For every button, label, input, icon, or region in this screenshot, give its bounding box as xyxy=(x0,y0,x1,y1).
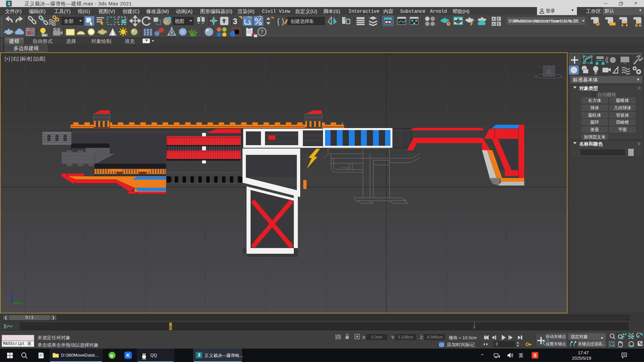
svg-text:视图: 视图 xyxy=(175,18,184,24)
svg-text:z: z xyxy=(10,291,12,295)
svg-text:B: B xyxy=(497,17,500,21)
svg-text:?: ? xyxy=(260,29,264,35)
svg-text:A: A xyxy=(492,22,495,26)
svg-text:}: } xyxy=(282,17,284,25)
svg-text:{: { xyxy=(277,17,279,25)
svg-text:e: e xyxy=(110,353,113,358)
svg-text:[+] [右] [标准] [边面]: [+] [右] [标准] [边面] xyxy=(5,56,45,61)
svg-text:B: B xyxy=(497,22,500,26)
svg-text:x: x xyxy=(9,303,10,306)
svg-text:全部: 全部 xyxy=(64,18,73,24)
svg-text:创建选择集: 创建选择集 xyxy=(290,18,314,24)
svg-text:y: y xyxy=(21,302,23,305)
svg-text:D:\360MoveData\Users\Administr: D:\360MoveData\Users\Administrator\Docum… xyxy=(508,19,579,24)
svg-text:A: A xyxy=(492,17,495,21)
svg-text:3: 3 xyxy=(233,17,237,26)
svg-text:右: 右 xyxy=(546,68,551,74)
